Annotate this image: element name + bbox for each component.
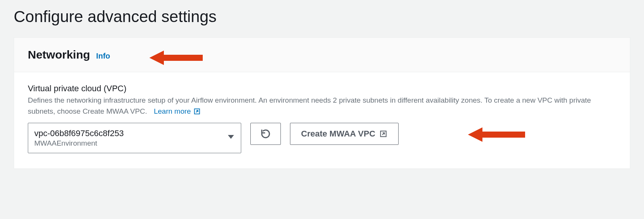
vpc-controls-row: vpc-06b8f6975c6c8f253 MWAAEnvironment Cr… [28, 123, 616, 153]
create-mwaa-vpc-label: Create MWAA VPC [301, 129, 375, 139]
vpc-select-sub: MWAAEnvironment [34, 139, 226, 148]
learn-more-link[interactable]: Learn more [154, 107, 201, 116]
chevron-down-icon [228, 135, 234, 139]
info-link[interactable]: Info [96, 52, 110, 60]
learn-more-label: Learn more [154, 107, 191, 116]
svg-marker-3 [468, 127, 525, 142]
refresh-icon [260, 128, 271, 140]
refresh-button[interactable] [250, 123, 281, 145]
annotation-arrow-info [149, 48, 203, 69]
page-title: Configure advanced settings [0, 0, 644, 37]
svg-marker-0 [149, 51, 203, 65]
create-mwaa-vpc-button[interactable]: Create MWAA VPC [290, 123, 399, 145]
vpc-select[interactable]: vpc-06b8f6975c6c8f253 MWAAEnvironment [28, 123, 241, 153]
panel-heading: Networking [28, 48, 90, 61]
vpc-select-value: vpc-06b8f6975c6c8f253 [34, 129, 226, 138]
external-link-icon [193, 108, 201, 115]
panel-body: Virtual private cloud (VPC) Defines the … [14, 72, 630, 168]
vpc-field-description: Defines the networking infrastructure se… [28, 96, 591, 115]
annotation-arrow-create-vpc [468, 125, 525, 146]
panel-header: Networking Info [14, 38, 630, 72]
external-link-icon [379, 130, 388, 138]
vpc-field-label: Virtual private cloud (VPC) [28, 84, 616, 94]
networking-panel: Networking Info Virtual private cloud (V… [14, 37, 630, 169]
